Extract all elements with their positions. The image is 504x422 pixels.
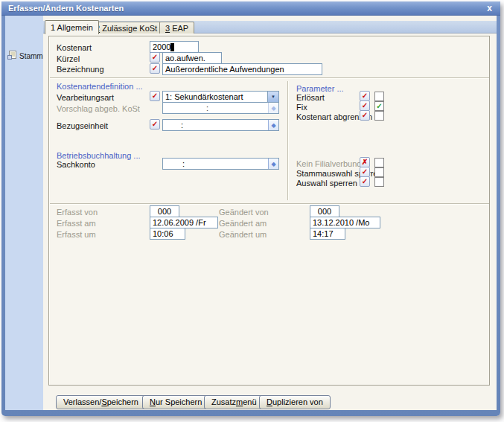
nur-speichern-button[interactable]: Nur Speichern [142,395,209,409]
geaendert-von-field: 000 [310,205,339,217]
zusatzmenue-button[interactable]: Zusatzmenü [204,395,264,409]
tab-eap-label: EAP [170,24,188,33]
kein-filialverbund-cross-flag-icon: ✗ [360,157,370,167]
tab-eap[interactable]: 3 EAP [159,22,194,33]
bezeichnung-input[interactable]: Außerordentliche Aufwendungen [162,63,322,75]
vearbeitungsart-value: 1: Sekundärkostenart [165,92,243,101]
erfasst-am-value: 12.06.2009 /Fr [153,218,206,227]
btn-accel: m [236,397,243,406]
fix-label: Fix [296,103,307,112]
divider-audit [50,203,489,204]
kein-filialverbund-label: Kein Filialverbund [296,159,361,168]
auswahl-sperren-checkbox[interactable] [374,177,384,187]
geaendert-von-value: 000 [318,207,331,216]
bezugseinheit-input[interactable]: : ◆ [162,119,279,131]
divider-columns [287,81,288,200]
geaendert-um-label: Geändert um [219,230,267,239]
window-title: Erfassen/Ändern Kostenarten [8,4,124,13]
section-betriebsbuchhaltung: Betriebsbuchhaltung ... [57,151,141,160]
bezeichnung-label: Bezeichnung [57,65,104,74]
kuerzel-value: ao.aufwen. [165,54,205,63]
btn-accel: D [267,397,272,406]
geaendert-am-value: 13.12.2010 /Mo [313,218,369,227]
btn-accel: S [101,397,106,406]
kuerzel-input[interactable]: ao.aufwen. [162,52,222,64]
btn-text: peichern [107,397,138,406]
vorschlag-kost-label: Vorschlag abgeb. KoSt [57,104,140,113]
erfasst-von-label: Erfasst von [57,208,98,217]
sidebar: Stammblatt [5,16,43,410]
sachkonto-spinner-icon[interactable]: ◆ [268,159,278,169]
dialog-window: Erfassen/Ändern Kostenarten x Stammblatt… [1,1,500,416]
sachkonto-input[interactable]: : ◆ [162,158,279,170]
bezugseinheit-value: : [181,121,183,130]
vearbeitungsart-dropdown[interactable]: 1: Sekundärkostenart ▼ [162,91,279,103]
bezugseinheit-spinner-icon[interactable]: ◆ [268,120,278,130]
stammblatt-icon [7,51,17,61]
erfasst-von-field: 000 [150,205,179,217]
vearbeitungsart-label: Vearbeitungsart [57,93,114,102]
section-parameter: Parameter ... [296,84,344,93]
fix-checkbox[interactable]: ✓ [374,101,384,111]
tab-zulaessige-kost-label: Zulässige KoSt [100,24,157,33]
sachkonto-value: : [182,159,185,168]
btn-text: ur Speichern [156,397,202,406]
kostenart-value: 2000 [153,42,170,51]
geaendert-um-value: 14:17 [313,229,334,238]
kuerzel-confirm-flag-icon[interactable]: ✓ [150,52,160,63]
erfasst-um-field: 10:06 [150,228,185,240]
erloesart-checkbox[interactable] [374,92,384,101]
kostenart-label: Kostenart [57,43,92,52]
bezeichnung-confirm-flag-icon[interactable]: ✓ [150,63,160,74]
auswahl-sperren-label: Auswahl sperren [296,179,357,188]
close-icon[interactable]: x [487,3,492,13]
btn-accel: N [150,397,156,406]
geaendert-am-label: Geändert am [219,219,267,228]
verlassen-speichern-button[interactable]: Verlassen/Speichern [56,395,146,409]
auswahl-sperren-confirm-flag-icon[interactable]: ✓ [360,176,370,187]
vearbeitungsart-confirm-flag-icon[interactable]: ✓ [150,91,160,101]
tab-allgemein[interactable]: 1 Allgemein [45,20,99,34]
erfasst-von-value: 000 [158,207,171,216]
vorschlag-kost-value: : [206,103,208,112]
kostenart-input[interactable]: 2000 [150,41,199,53]
divider-top [50,77,489,78]
kostenart-abgrenzen-confirm-flag-icon[interactable]: ✓ [360,110,370,121]
text-cursor [170,43,174,51]
geaendert-von-label: Geändert von [219,208,269,217]
sachkonto-label: Sachkonto [57,160,95,169]
btn-text: uplizieren von [272,397,323,406]
title-bar: Erfassen/Ändern Kostenarten x [1,1,500,16]
tab-allgemein-label: Allgemein [55,23,93,32]
dialog-content: 1 Allgemein 2 Zulässige KoSt 3 EAP Koste… [43,16,497,410]
erloesart-confirm-flag-icon[interactable]: ✓ [360,91,370,101]
btn-text: enü [243,397,256,406]
fix-confirm-flag-icon[interactable]: ✓ [360,100,370,111]
stammauswahl-sperren-checkbox[interactable] [374,167,384,177]
bezeichnung-value: Außerordentliche Aufwendungen [165,65,284,74]
erloesart-label: Erlösart [296,93,325,102]
erfasst-am-label: Erfasst am [57,219,96,228]
geaendert-am-field: 13.12.2010 /Mo [310,217,380,228]
btn-text: Verlassen/ [63,397,101,406]
kuerzel-label: Kürzel [57,54,80,63]
erfasst-am-field: 12.06.2009 /Fr [150,217,218,228]
section-kostenartendefinition: Kostenartendefinition ... [57,82,143,91]
vorschlag-kost-input: : ◆ [162,102,279,114]
kein-filialverbund-checkbox[interactable] [374,158,384,167]
erfasst-um-label: Erfasst um [57,230,96,239]
bezugseinheit-confirm-flag-icon[interactable]: ✓ [150,119,160,130]
vorschlag-spinner-icon: ◆ [268,103,278,113]
form-groupbox: Kostenart 2000 Kürzel ✓ ao.aufwen. Bezei… [48,36,490,386]
btn-text: Zusatz [211,397,236,406]
erfasst-um-value: 10:06 [153,229,173,238]
tab-zulaessige-kost[interactable]: 2 Zulässige KoSt [89,22,163,33]
geaendert-um-field: 14:17 [310,228,345,240]
dropdown-arrow-icon[interactable]: ▼ [267,92,278,102]
stammauswahl-sperren-confirm-flag-icon[interactable]: ✓ [360,167,370,177]
bezugseinheit-label: Bezugseinheit [57,121,108,130]
duplizieren-von-button[interactable]: Duplizieren von [259,395,331,409]
kostenart-abgrenzen-checkbox[interactable] [374,111,384,121]
